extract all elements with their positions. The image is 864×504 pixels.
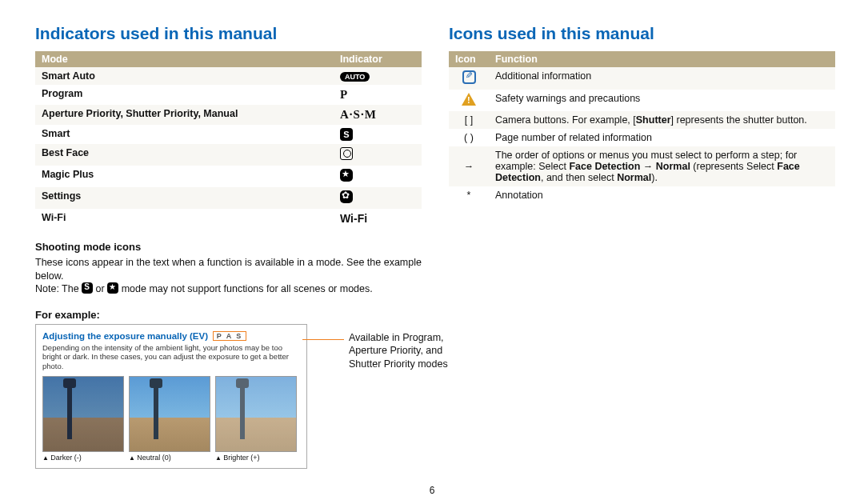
mode-cell: Smart Auto [35,67,334,85]
function-cell: Additional information [489,67,835,90]
callout-text: Available in Program, Aperture Priority,… [349,331,477,370]
table-row: ( ) Page number of related information [449,129,835,146]
function-cell: Page number of related information [489,129,835,146]
indicator-cell: Wi-Fi [334,209,422,228]
asm-icon: A·S·M [340,108,377,121]
warning-icon [462,93,476,106]
thumb-brighter [215,376,297,452]
table-row: Magic Plus [35,166,422,187]
page-number: 6 [430,485,435,496]
table-row: Settings [35,187,422,209]
thumb-darker [42,376,124,452]
shooting-mode-body: These icons appear in the text when a fu… [35,256,422,282]
table-row: * Annotation [449,186,835,204]
smart-icon: S [340,128,353,141]
thumb-wrap: Neutral (0) [129,376,210,462]
indicator-cell: A·S·M [334,105,422,125]
mode-cell: Settings [35,187,334,209]
table-row: Aperture Priority, Shutter Priority, Man… [35,105,422,125]
thumb-wrap: Darker (-) [42,376,124,462]
function-cell: The order of options or menus you must s… [489,146,835,186]
example-thumbs: Darker (-) Neutral (0) Brighter (+) [42,376,300,462]
thumb-label: Darker (-) [42,454,124,462]
indicators-col-indicator: Indicator [334,51,422,67]
callout-line [302,339,344,340]
smart-inline-icon [82,282,93,294]
example-desc: Depending on the intensity of the ambien… [42,343,300,372]
icons-col-icon: Icon [449,51,489,67]
shooting-mode-heading: Shooting mode icons [35,241,422,253]
mode-cell: Aperture Priority, Shutter Priority, Man… [35,105,334,125]
indicator-cell: P [334,85,422,105]
indicator-cell [334,187,422,209]
example-mode-badge: P A S [213,331,247,341]
mode-cell: Smart [35,125,334,144]
indicator-cell: S [334,125,422,144]
mode-cell: Magic Plus [35,166,334,187]
auto-icon: AUTO [340,72,370,82]
icons-table: Icon Function Additional information Saf… [449,51,835,204]
for-example-heading: For example: [35,309,422,321]
function-cell: Safety warnings and precautions [489,90,835,111]
indicator-cell [334,166,422,187]
indicators-table: Mode Indicator Smart Auto AUTO Program P… [35,51,422,228]
indicators-col-mode: Mode [35,51,334,67]
mode-cell: Program [35,85,334,105]
bestface-icon [340,147,353,160]
table-row: → The order of options or menus you must… [449,146,835,186]
icon-cell: ( ) [449,129,489,146]
table-row: Best Face [35,144,422,166]
icons-col-function: Function [489,51,835,67]
thumb-label: Brighter (+) [215,454,297,462]
table-row: Smart Auto AUTO [35,67,422,85]
icon-cell: * [449,186,489,204]
table-row: Wi-Fi Wi-Fi [35,209,422,228]
icon-cell [449,67,489,90]
function-cell: Annotation [489,186,835,204]
magicplus-icon [340,169,353,182]
mode-cell: Wi-Fi [35,209,334,228]
example-box: Adjusting the exposure manually (EV) P A… [35,324,307,470]
right-heading: Icons used in this manual [449,24,835,43]
thumb-label: Neutral (0) [129,454,210,462]
indicator-cell [334,144,422,166]
table-row: Additional information [449,67,835,90]
icon-cell: [ ] [449,111,489,129]
indicator-cell: AUTO [334,67,422,85]
info-icon [462,70,476,84]
settings-icon [340,190,353,203]
thumb-wrap: Brighter (+) [215,376,297,462]
table-row: Program P [35,85,422,105]
wifi-icon: Wi-Fi [340,212,367,225]
icon-cell: → [449,146,489,186]
function-cell: Camera buttons. For example, [Shutter] r… [489,111,835,129]
magicplus-inline-icon [107,282,118,294]
table-row: Safety warnings and precautions [449,90,835,111]
table-row: [ ] Camera buttons. For example, [Shutte… [449,111,835,129]
program-icon: P [340,88,348,101]
left-heading: Indicators used in this manual [35,24,422,43]
example-title: Adjusting the exposure manually (EV) [42,331,208,341]
shooting-mode-note: Note: The or mode may not support functi… [35,282,422,296]
icon-cell [449,90,489,111]
table-row: Smart S [35,125,422,144]
thumb-neutral [129,376,210,452]
mode-cell: Best Face [35,144,334,166]
